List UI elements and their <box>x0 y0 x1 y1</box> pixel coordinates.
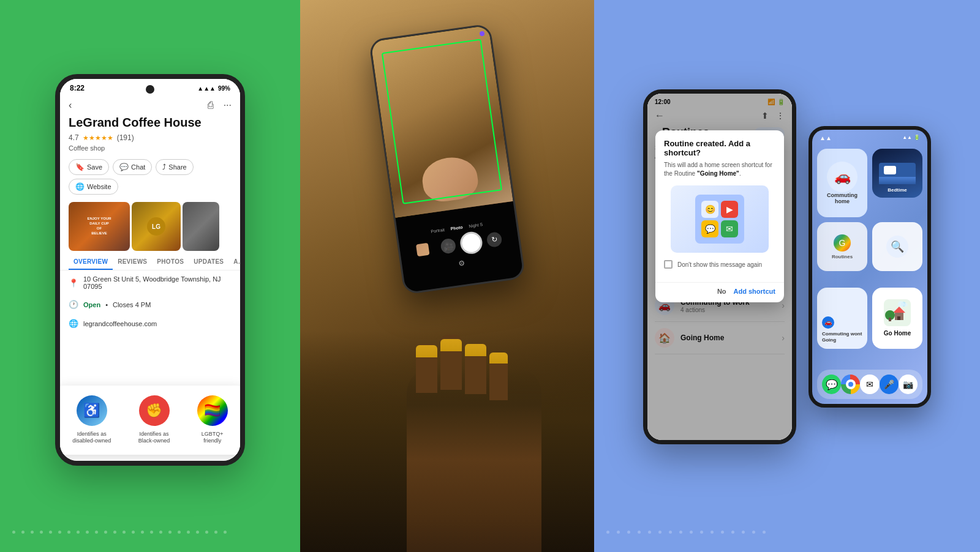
nail-3 <box>465 344 486 356</box>
dots-decoration <box>12 531 288 534</box>
tab-all[interactable]: A... <box>228 255 240 270</box>
photo-2[interactable]: LG <box>132 202 181 251</box>
home-status-bar: ▲▲ ▲▲ 🔋 <box>812 130 927 144</box>
lens-dock-icon[interactable]: 📷 <box>899 375 918 394</box>
chrome-center <box>846 379 856 389</box>
bed-visual-container: Bedtime <box>872 149 922 195</box>
dialog-content: Routine created. Add a shortcut? This wi… <box>655 130 784 282</box>
home-widget-grid: 🚗 Commuting home B <box>812 144 927 365</box>
hours-separator: • <box>105 301 108 308</box>
share-button[interactable]: ⤴ Share <box>156 159 193 175</box>
home-status-icons: ▲▲ 🔋 <box>902 135 920 141</box>
signal-icon: ▲▲▲ <box>197 85 216 92</box>
commuting-home-widget[interactable]: 🚗 Commuting home <box>817 149 867 217</box>
black-badge-label: Identifies asBlack-owned <box>138 431 170 445</box>
routines-widget[interactable]: G Routines <box>817 222 867 271</box>
black-owned-icon: ✊ <box>139 395 170 426</box>
chrome-dock-icon[interactable] <box>841 375 860 394</box>
website-label: Website <box>87 183 111 190</box>
mini-app-message: ✉ <box>721 220 738 237</box>
share-icon: ⤴ <box>162 163 166 171</box>
open-status: Open <box>83 301 100 308</box>
messages-dock-icon[interactable]: 💬 <box>822 375 841 394</box>
tab-photos[interactable]: PHOTOS <box>152 255 189 270</box>
night-mode[interactable]: Night S <box>469 222 483 228</box>
commuting-label-widget[interactable]: 🚗 Commuting wont Going <box>817 288 867 349</box>
place-tabs: OVERVIEW REVIEWS PHOTOS UPDATES A... <box>60 255 240 270</box>
focus-box <box>382 39 502 204</box>
gmail-dock-icon[interactable]: ✉ <box>860 375 879 394</box>
website-row[interactable]: 🌐 legrandcoffeehouse.com <box>60 314 240 333</box>
routines-widget-label: Routines <box>832 254 853 259</box>
tab-overview[interactable]: OVERVIEW <box>69 255 113 270</box>
dialog-description: This will add a home screen shortcut for… <box>664 161 775 178</box>
coffee-sign-text: ENJOY YOURDAILY CUPOFBELIEVE <box>87 217 111 236</box>
dialog-no-button[interactable]: No <box>717 288 726 295</box>
back-chevron-icon[interactable]: ‹ <box>69 100 72 111</box>
routines-widget-content: G Routines <box>832 222 853 271</box>
location-icon: 📍 <box>69 278 78 288</box>
nail-1 <box>416 345 437 357</box>
android-home-screen: ▲▲ ▲▲ 🔋 🚗 Commuting home <box>812 130 927 404</box>
website-button[interactable]: 🌐 Website <box>69 179 118 195</box>
dialog-title: Routine created. Add a shortcut? <box>664 139 775 157</box>
panel-routines: 12:00 📶 🔋 ← ⬆ ⋮ Routines <box>594 0 980 552</box>
dialog-overlay: Routine created. Add a shortcut? This wi… <box>647 94 792 440</box>
checkbox-label: Don't show this message again <box>677 261 762 268</box>
panel-maps: 8:22 ▲▲▲ 99% ‹ ⎙ ··· LeGrand Coffee Hous… <box>0 0 300 552</box>
camera-toggle-icon[interactable]: 🎥 <box>440 238 456 255</box>
bedtime-label-container: Bedtime <box>872 187 922 193</box>
more-icon[interactable]: ··· <box>224 100 232 111</box>
save-icon: 🔖 <box>75 163 85 171</box>
dialog-actions: No Add shortcut <box>655 282 784 302</box>
search-widget[interactable]: 🔍 <box>872 222 922 271</box>
chat-button[interactable]: 💬 Chat <box>113 159 152 175</box>
portrait-mode[interactable]: Portrait <box>431 228 445 234</box>
routines-widget-icon: G <box>834 234 851 252</box>
address-text: 10 Green St Unit 5, Woodbridge Township,… <box>83 275 232 290</box>
disabled-badge-label: Identifies asdisabled-owned <box>72 431 111 445</box>
svg-point-7 <box>898 301 904 307</box>
dialog-illustration: 😊 ▶ 💬 ✉ <box>671 185 769 253</box>
save-button[interactable]: 🔖 Save <box>69 159 109 175</box>
home-battery-icon: 🔋 <box>914 135 920 141</box>
svg-rect-5 <box>889 318 891 321</box>
svg-rect-3 <box>897 316 900 320</box>
shutter-area: 🎥 ↻ <box>439 228 503 258</box>
rating-count: (191) <box>117 133 134 142</box>
maps-header: ‹ ⎙ ··· <box>60 95 240 116</box>
close-time: Closes 4 PM <box>113 301 151 308</box>
settings-icon[interactable]: ⚙ <box>458 259 466 268</box>
photo-1[interactable]: ENJOY YOURDAILY CUPOFBELIEVE <box>69 202 130 251</box>
panel-camera: Portrait Photo Night S 🎥 ↻ ⚙ <box>300 0 594 552</box>
globe-icon: 🌐 <box>69 319 78 328</box>
badges-card: ♿ Identifies asdisabled-owned ✊ Identifi… <box>55 386 245 455</box>
lgbtq-icon: 🏳️‍🌈 <box>197 395 228 426</box>
bedtime-widget[interactable]: Bedtime <box>872 149 922 198</box>
dialog-add-shortcut-button[interactable]: Add shortcut <box>734 288 775 295</box>
shutter-button[interactable] <box>459 231 484 256</box>
clock-icon: 🕐 <box>69 300 78 309</box>
action-buttons: 🔖 Save 💬 Chat ⤴ Share 🌐 Website <box>60 155 240 198</box>
status-time: 8:22 <box>70 84 85 92</box>
photo-mode[interactable]: Photo <box>450 225 463 231</box>
tab-reviews[interactable]: REVIEWS <box>113 255 152 270</box>
tab-updates[interactable]: UPDATES <box>189 255 228 270</box>
photo-3[interactable] <box>183 202 219 251</box>
clock-widget-content: 🔍 <box>872 222 922 271</box>
mini-app-play: ▶ <box>721 201 738 218</box>
microphone-dock-icon[interactable]: 🎤 <box>880 375 899 394</box>
blanket-shape <box>879 177 916 184</box>
go-home-widget[interactable]: Go Home <box>872 288 922 349</box>
finger-4 <box>489 357 508 400</box>
share-icon[interactable]: ⎙ <box>208 100 214 111</box>
commuting-line1: Commuting wont <box>822 331 862 337</box>
flip-camera-button[interactable]: ↻ <box>486 231 503 248</box>
thumbnail-preview[interactable] <box>416 243 430 257</box>
hours-row: 🕐 Open • Closes 4 PM <box>60 295 240 314</box>
dont-show-checkbox[interactable] <box>664 260 673 269</box>
mini-app-chat: 💬 <box>701 220 718 237</box>
nail-2 <box>440 339 462 351</box>
pillow-shape <box>884 166 896 174</box>
hand-wrapper <box>407 338 541 552</box>
